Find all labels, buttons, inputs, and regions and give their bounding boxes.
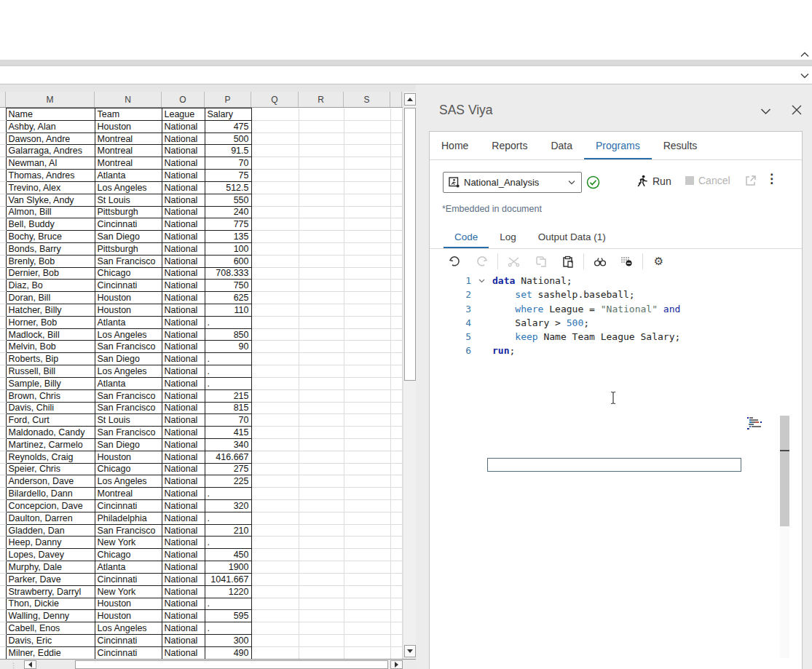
cell[interactable]: Milner, Eddie — [6, 646, 95, 659]
cell[interactable]: National — [162, 622, 205, 635]
cell[interactable] — [0, 524, 6, 537]
cell[interactable] — [299, 573, 344, 585]
cell[interactable] — [0, 610, 6, 622]
cell[interactable] — [299, 402, 344, 414]
cell[interactable]: National — [162, 451, 205, 463]
cell[interactable]: National — [162, 634, 205, 646]
cell[interactable] — [390, 573, 402, 585]
cell[interactable] — [299, 353, 344, 365]
cell[interactable]: Montreal — [95, 157, 162, 170]
cell[interactable] — [0, 231, 6, 243]
cell[interactable]: San Diego — [95, 353, 162, 365]
cell[interactable] — [344, 108, 390, 121]
cell[interactable] — [0, 120, 6, 132]
tab-reports[interactable]: Reports — [480, 132, 539, 159]
cell[interactable]: Ashby, Alan — [6, 120, 95, 132]
cell[interactable]: National — [162, 242, 205, 255]
cell[interactable]: Montreal — [95, 488, 162, 500]
cell[interactable] — [0, 218, 6, 231]
cell[interactable] — [344, 316, 390, 328]
cell[interactable] — [299, 108, 344, 121]
run-button[interactable]: Run — [636, 175, 671, 187]
cell[interactable] — [0, 255, 6, 267]
cell[interactable]: Name — [6, 108, 95, 121]
cell[interactable]: Parker, Dave — [6, 573, 95, 585]
cell[interactable] — [344, 292, 390, 304]
column-header[interactable] — [0, 92, 6, 107]
cell[interactable]: National — [162, 573, 205, 585]
cell[interactable] — [0, 328, 6, 341]
program-selector-dropdown[interactable]: National_Analysis — [443, 172, 582, 193]
cell[interactable] — [390, 389, 402, 402]
cell[interactable] — [390, 414, 402, 427]
cell[interactable] — [251, 194, 299, 206]
cell[interactable] — [344, 598, 390, 610]
cell[interactable]: Newman, Al — [6, 157, 95, 170]
cell[interactable] — [0, 451, 6, 463]
cell[interactable] — [344, 646, 390, 659]
cell[interactable] — [251, 157, 299, 170]
cell[interactable]: National — [162, 206, 205, 218]
code-fold-chevron-icon[interactable] — [471, 274, 492, 288]
cell[interactable] — [390, 206, 402, 218]
cell[interactable]: Cincinnati — [95, 218, 162, 231]
cell[interactable]: National — [162, 341, 205, 353]
cell[interactable]: Los Angeles — [95, 622, 162, 635]
column-header[interactable]: O — [162, 92, 205, 107]
cell[interactable] — [344, 427, 390, 439]
cell[interactable] — [390, 402, 402, 414]
cell[interactable] — [0, 170, 6, 182]
cell[interactable]: San Francisco — [95, 427, 162, 439]
cell[interactable]: National — [162, 145, 205, 157]
cell[interactable]: League — [162, 108, 205, 121]
cell[interactable] — [344, 353, 390, 365]
cell[interactable] — [251, 316, 299, 328]
cell[interactable] — [344, 549, 390, 561]
cell[interactable]: Melvin, Bob — [6, 341, 95, 353]
cell[interactable] — [299, 622, 344, 635]
cell[interactable]: Dawson, Andre — [6, 132, 95, 145]
cell[interactable]: Houston — [95, 304, 162, 317]
cell[interactable]: National — [162, 267, 205, 280]
cell[interactable]: National — [162, 463, 205, 475]
cell[interactable]: 90 — [205, 341, 251, 353]
cell[interactable]: Los Angeles — [95, 181, 162, 194]
cell[interactable] — [251, 365, 299, 378]
cell[interactable]: National — [162, 255, 205, 267]
cell[interactable] — [390, 585, 402, 598]
cell[interactable]: 625 — [205, 292, 251, 304]
cell[interactable] — [390, 634, 402, 646]
cell[interactable]: Doran, Bill — [6, 292, 95, 304]
cell[interactable] — [344, 328, 390, 341]
cell[interactable] — [299, 120, 344, 132]
cell[interactable] — [299, 316, 344, 328]
cell[interactable] — [344, 377, 390, 389]
cell[interactable]: National — [162, 438, 205, 451]
column-header[interactable]: R — [299, 92, 344, 107]
cell[interactable]: Hatcher, Billy — [6, 304, 95, 317]
cell[interactable] — [299, 194, 344, 206]
pop-out-icon[interactable] — [744, 174, 759, 189]
cell[interactable]: Bonds, Barry — [6, 242, 95, 255]
cell[interactable] — [251, 634, 299, 646]
cell[interactable] — [344, 157, 390, 170]
cell[interactable]: National — [162, 646, 205, 659]
cell[interactable]: 100 — [205, 242, 251, 255]
cell[interactable]: 600 — [205, 255, 251, 267]
cell[interactable] — [344, 389, 390, 402]
cell[interactable]: National — [162, 170, 205, 182]
cell[interactable] — [344, 488, 390, 500]
cell[interactable]: 1041.667 — [205, 573, 251, 585]
cell[interactable] — [299, 646, 344, 659]
cell[interactable]: Team — [95, 108, 162, 121]
column-header[interactable] — [390, 92, 402, 107]
code-editor[interactable]: 1data National;2 set sashelp.baseball;3 … — [430, 274, 802, 669]
cell[interactable] — [344, 280, 390, 292]
cell[interactable]: 70 — [205, 414, 251, 427]
cell[interactable] — [390, 255, 402, 267]
cell[interactable]: Montreal — [95, 132, 162, 145]
cell[interactable] — [251, 304, 299, 317]
cell[interactable] — [251, 524, 299, 537]
cell[interactable]: Heep, Danny — [6, 537, 95, 549]
cell[interactable] — [0, 585, 6, 598]
